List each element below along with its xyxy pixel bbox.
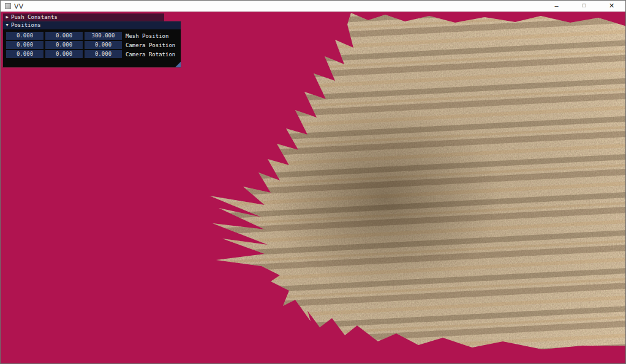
window-title: VV	[14, 2, 23, 10]
camera-position-y-field[interactable]: 0.000	[45, 41, 83, 49]
positions-label: Positions	[11, 21, 41, 29]
camera-position-row: 0.000 0.000 0.000 Camera Position	[6, 41, 181, 49]
camera-rotation-label: Camera Rotation	[126, 51, 175, 58]
mesh-position-z-field[interactable]: 300.000	[85, 32, 122, 40]
expanded-arrow-icon: ▼	[3, 21, 11, 29]
camera-rotation-x-field[interactable]: 0.000	[6, 50, 43, 58]
mesh-position-y-field[interactable]: 0.000	[45, 32, 83, 40]
close-button[interactable]: ✕	[598, 1, 625, 11]
vector-rows: 0.000 0.000 300.000 Mesh Position 0.000 …	[3, 29, 181, 58]
mesh-position-row: 0.000 0.000 300.000 Mesh Position	[6, 32, 181, 40]
camera-position-x-field[interactable]: 0.000	[6, 41, 43, 49]
positions-panel: ▼ Positions 0.000 0.000 300.000 Mesh Pos…	[3, 21, 181, 67]
positions-header[interactable]: ▼ Positions	[3, 21, 181, 29]
minimize-button[interactable]: –	[543, 1, 570, 11]
push-constants-header[interactable]: ▶ Push Constants	[3, 13, 164, 21]
resize-grip[interactable]	[175, 62, 181, 67]
app-icon	[5, 3, 11, 9]
app-window: VV – □ ✕	[0, 0, 626, 364]
collapsed-arrow-icon: ▶	[3, 13, 11, 21]
window-controls: – □ ✕	[543, 1, 625, 11]
camera-position-label: Camera Position	[126, 42, 175, 48]
maximize-button[interactable]: □	[570, 1, 598, 11]
titlebar[interactable]: VV – □ ✕	[1, 1, 625, 12]
camera-rotation-y-field[interactable]: 0.000	[45, 50, 83, 58]
camera-rotation-z-field[interactable]: 0.000	[85, 50, 122, 58]
camera-position-z-field[interactable]: 0.000	[85, 41, 122, 49]
mesh-position-label: Mesh Position	[126, 33, 168, 39]
camera-rotation-row: 0.000 0.000 0.000 Camera Rotation	[6, 50, 181, 58]
render-viewport[interactable]: ▶ Push Constants ▼ Positions 0.000 0.000…	[1, 12, 625, 363]
push-constants-label: Push Constants	[11, 13, 58, 21]
mesh-position-x-field[interactable]: 0.000	[6, 32, 43, 40]
